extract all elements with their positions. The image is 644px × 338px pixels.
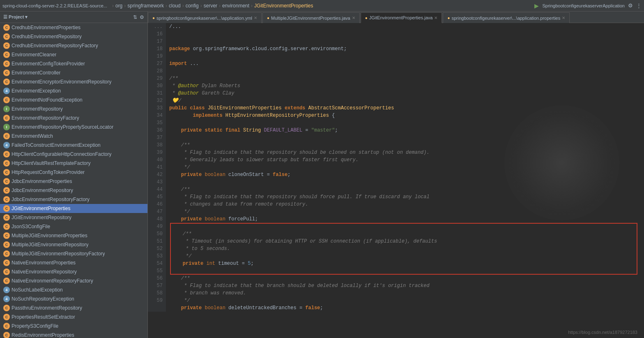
sidebar-item[interactable]: CEnvironmentNotFoundException [0,95,147,104]
sidebar-item[interactable]: CJdbcEnvironmentRepositoryFactory [0,195,147,204]
sidebar-item[interactable]: CRedisEnvironmentProperties [0,331,147,338]
item-label: EnvironmentEncryptorEnvironmentRepositor… [12,79,111,85]
item-type-icon: C [3,223,10,230]
sidebar-list: CCredhubEnvironmentPropertiesCCredhubEnv… [0,23,147,338]
sidebar-item[interactable]: CPropertyS3ConfigFile [0,322,147,331]
item-type-icon: C [3,259,10,266]
line-numbers: ... 16 17 18 19 27 28 29 30 31 32 33 34 … [148,23,166,312]
editor: ● springbootconfigeurekaserver\...\appli… [148,12,644,338]
item-type-icon: C [3,151,10,157]
item-type-icon: C [3,323,10,329]
sidebar-item[interactable]: IEnvironmentRepository [0,104,147,113]
sidebar-header: ☰ Project ▾ ⇅ ⚙ [0,12,147,23]
sidebar-item[interactable]: CHttpClientVaultRestTemplateFactory [0,159,147,168]
sidebar-item[interactable]: CJdbcEnvironmentRepository [0,186,147,195]
tab-close[interactable]: ✕ [352,16,355,20]
item-label: EnvironmentException [12,88,61,94]
sidebar-item[interactable]: CJGitEnvironmentProperties [0,204,147,213]
sidebar-item[interactable]: CCredhubEnvironmentProperties [0,23,147,32]
item-label: NativeEnvironmentRepository [12,269,77,275]
tab-application-yml[interactable]: ● springbootconfigeurekaserver\...\appli… [148,12,262,23]
sidebar-item[interactable]: CEnvironmentWatch [0,132,147,141]
breadcrumb-org: org [115,3,122,9]
item-label: EnvironmentCleaner [12,52,56,58]
sidebar-item[interactable]: CNativeEnvironmentRepository [0,267,147,276]
run-button[interactable]: ▶ [534,2,539,9]
sidebar-item[interactable]: 4NoSuchLabelException [0,285,147,294]
breadcrumb-config: config [186,3,199,9]
more-icon[interactable]: ⋮ [636,2,642,9]
sidebar-item[interactable]: CEnvironmentEncryptorEnvironmentReposito… [0,77,147,86]
item-label: JsonS3ConfigFile [12,224,50,229]
sidebar-item[interactable]: 4EnvironmentException [0,86,147,95]
item-type-icon: C [3,24,10,31]
tab-bar: ● springbootconfigeurekaserver\...\appli… [148,12,644,23]
item-label: JGitEnvironmentRepository [12,215,71,220]
sidebar-item[interactable]: CCredhubEnvironmentRepositoryFactory [0,41,147,50]
sidebar: ☰ Project ▾ ⇅ ⚙ CCredhubEnvironmentPrope… [0,12,148,338]
sidebar-item[interactable]: CMultipleJGitEnvironmentProperties [0,231,147,240]
sidebar-item[interactable]: CNativeEnvironmentRepositoryFactory [0,276,147,285]
expand-icon[interactable]: ⇅ [133,14,137,20]
item-type-icon: C [3,196,10,203]
breadcrumb-springframework: springframework [127,3,164,9]
item-type-icon: C [3,232,10,239]
sidebar-item[interactable]: CEnvironmentCleaner [0,50,147,59]
config-icon[interactable]: ⚙ [628,2,633,9]
tab-close[interactable]: ✕ [254,16,257,20]
item-type-icon: C [3,314,10,320]
item-label: EnvironmentRepositoryPropertySourceLocat… [12,124,113,130]
item-type-icon: C [3,269,10,275]
sidebar-item[interactable]: IEnvironmentRepositoryPropertySourceLoca… [0,123,147,132]
item-type-icon: C [3,187,10,194]
tab-label: JGitEnvironmentProperties.java [369,15,433,20]
project-title: spring-cloud-config-server-2.2.2.RELEASE… [2,3,107,8]
sidebar-item[interactable]: 4FailedToConstructEnvironmentException [0,141,147,150]
sidebar-item[interactable]: CEnvironmentConfigTokenProvider [0,59,147,68]
item-label: EnvironmentRepositoryFactory [12,115,79,121]
sidebar-item[interactable]: CEnvironmentRepositoryFactory [0,113,147,123]
item-label: FailedToConstructEnvironmentException [12,142,101,148]
item-label: NativeEnvironmentRepositoryFactory [12,278,93,284]
settings-icon[interactable]: ⚙ [140,14,144,20]
code-editor[interactable]: ... 16 17 18 19 27 28 29 30 31 32 33 34 … [148,23,644,338]
item-label: JdbcEnvironmentRepository [12,188,73,193]
item-type-icon: C [3,33,10,40]
item-label: EnvironmentConfigTokenProvider [12,61,85,67]
sidebar-item[interactable]: CJsonS3ConfigFile [0,222,147,231]
sidebar-item[interactable]: CNativeEnvironmentProperties [0,258,147,267]
sidebar-toolbar: ⇅ ⚙ [133,14,144,20]
item-type-icon: C [3,160,10,167]
sidebar-item[interactable]: CJGitEnvironmentRepository [0,213,147,222]
sidebar-item[interactable]: CHttpClientConfigurableHttpConnectionFac… [0,150,147,159]
item-label: CredhubEnvironmentRepository [12,34,82,39]
tab-close[interactable]: ✕ [562,16,565,20]
sidebar-item[interactable]: CMultipleJGitEnvironmentRepository [0,240,147,249]
item-label: MultipleJGitEnvironmentProperties [12,233,87,238]
tab-label: springbootconfigeurekaserver\...\applica… [451,16,560,21]
sidebar-item[interactable]: CEnvironmentController [0,68,147,77]
sidebar-item[interactable]: CMultipleJGitEnvironmentRepositoryFactor… [0,249,147,258]
item-type-icon: C [3,178,10,185]
item-type-icon: C [3,51,10,58]
breadcrumb-server: server [204,3,217,9]
sidebar-item[interactable]: CPropertiesResultSetExtractor [0,313,147,322]
sidebar-item[interactable]: CPassthruEnvironmentRepository [0,303,147,313]
tab-multiplejgit[interactable]: ● MultipleJGitEnvironmentProperties.java… [262,12,360,23]
sidebar-item[interactable]: CJdbcEnvironmentProperties [0,177,147,186]
sidebar-item[interactable]: CHttpRequestConfigTokenProvider [0,168,147,177]
item-type-icon: C [3,133,10,139]
tab-jgit-properties[interactable]: ● JGitEnvironmentProperties.java ✕ [361,12,442,23]
item-type-icon: C [3,42,10,49]
tab-label: MultipleJGitEnvironmentProperties.java [271,16,350,21]
item-label: HttpClientVaultRestTemplateFactory [12,160,91,166]
item-label: PassthruEnvironmentRepository [12,305,82,311]
tab-application-properties[interactable]: ● springbootconfigeurekaserver\...\appli… [443,12,570,23]
item-label: EnvironmentController [12,70,60,76]
sidebar-item[interactable]: CCredhubEnvironmentRepository [0,32,147,41]
tab-close[interactable]: ✕ [434,16,437,20]
item-type-icon: C [3,60,10,67]
sidebar-item[interactable]: 4NoSuchRepositoryException [0,294,147,303]
item-label: EnvironmentWatch [12,133,53,139]
item-type-icon: 4 [3,296,10,302]
